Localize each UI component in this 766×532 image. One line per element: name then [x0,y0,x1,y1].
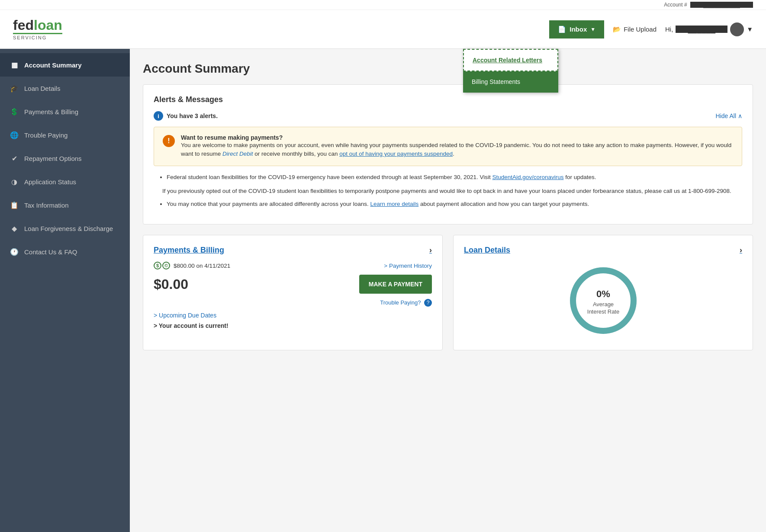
diamond-icon: ◆ [10,224,19,233]
sidebar: ▦ Account Summary 🎓 Loan Details 💲 Payme… [0,49,130,532]
clock-icon: 🕐 [10,247,19,256]
loan-details-card: Loan Details › 0% Average Interest Rate [453,235,753,350]
alert-bullet-2: You may notice that your payments are al… [167,200,742,208]
learn-more-link[interactable]: Learn more details [370,201,419,207]
logo-loan: loan [34,17,62,33]
graduation-icon: 🎓 [10,83,19,93]
dropdown-item-account-letters[interactable]: Account Related Letters [463,49,558,71]
s-icon: $ [154,262,161,269]
dollar-icon: 💲 [10,107,19,116]
trouble-paying-link[interactable]: Trouble Paying? [380,299,421,306]
sidebar-item-loan-forgiveness[interactable]: ◆ Loan Forgiveness & Discharge [0,217,130,240]
payment-history-link[interactable]: > Payment History [384,263,432,269]
sidebar-label-trouble-paying: Trouble Paying [24,131,68,139]
payments-chevron-icon: › [429,246,432,255]
file-upload-icon: 📂 [613,26,621,33]
donut-fg-circle [573,270,634,331]
logo[interactable]: fedloan SERVICING [13,18,62,40]
account-label: Account # [664,2,687,8]
payments-billing-card: Payments & Billing › $© $800.00 on 4/11/… [143,235,443,350]
sidebar-label-application-status: Application Status [24,178,76,186]
make-payment-button[interactable]: MAKE A PAYMENT [359,275,432,294]
alerts-header-row: i You have 3 alerts. Hide All ∧ [154,111,742,121]
payment-badge-icon: $© [154,262,170,269]
alert-bullet-1-text: Federal student loan flexibilities for t… [167,174,492,180]
donut-chart: 0% Average Interest Rate [464,262,742,340]
sidebar-label-repayment-options: Repayment Options [24,155,82,162]
donut-label1: Average [592,301,613,308]
sidebar-item-tax-information[interactable]: 📋 Tax Information [0,193,130,217]
top-bar: fedloan SERVICING 📄 Inbox ▼ 📂 File Uploa… [0,10,766,49]
logo-fed: fed [13,17,34,33]
sidebar-label-contact-faq: Contact Us & FAQ [24,248,77,256]
warning-body-end: . [453,151,454,157]
check-icon: ✔ [10,154,19,163]
info-icon: i [154,111,163,121]
sidebar-item-loan-details[interactable]: 🎓 Loan Details [0,77,130,100]
question-icon: ? [424,299,432,307]
alerts-box: Alerts & Messages i You have 3 alerts. H… [143,84,753,224]
alerts-bullet-list: Federal student loan flexibilities for t… [154,173,742,182]
loan-details-chevron-icon: › [740,246,742,255]
current-amount-row: $0.00 MAKE A PAYMENT [154,275,432,294]
alerts-bullet-list-2: You may notice that your payments are al… [154,200,742,208]
upcoming-due-dates-link[interactable]: > Upcoming Due Dates [154,312,432,319]
sidebar-item-account-summary[interactable]: ▦ Account Summary [0,53,130,77]
sidebar-item-trouble-paying[interactable]: 🌐 Trouble Paying [0,123,130,147]
hide-all-button[interactable]: Hide All ∧ [716,112,742,119]
warning-title: Want to resume making payments? [181,134,283,141]
halfcircle-icon: ◑ [10,177,19,186]
hi-label: Hi, [665,26,673,33]
loan-details-card-title[interactable]: Loan Details › [464,246,742,255]
donut-label2: Interest Rate [587,308,619,315]
warning-opt-out-link[interactable]: opt out of having your payments suspende… [339,151,453,157]
last-payment-amount: $800.00 on 4/11/2021 [174,263,230,269]
sidebar-label-account-summary: Account Summary [24,61,82,69]
sidebar-item-payments-billing[interactable]: 💲 Payments & Billing [0,100,130,123]
avatar [730,22,744,36]
user-menu-arrow: ▼ [747,26,753,33]
top-nav: 📄 Inbox ▼ 📂 File Upload Hi, ██████ ▼ [549,20,753,38]
alerts-count: i You have 3 alerts. [154,111,218,121]
bottom-cards: Payments & Billing › $© $800.00 on 4/11/… [143,235,753,350]
warning-alert: ! Want to resume making payments? You ar… [154,127,742,166]
warning-body: You are welcome to make payments on your… [181,141,733,159]
loan-details-title-text: Loan Details [464,246,510,255]
sidebar-item-application-status[interactable]: ◑ Application Status [0,170,130,193]
grid-icon: ▦ [10,60,19,70]
main-content: Account Summary Alerts & Messages i You … [130,49,766,532]
payments-billing-card-title[interactable]: Payments & Billing › [154,246,432,255]
user-menu[interactable]: Hi, ██████ ▼ [665,22,753,36]
alerts-title: Alerts & Messages [154,95,742,104]
sidebar-label-payments-billing: Payments & Billing [24,108,78,115]
indent-text: If you previously opted out of the COVID… [162,187,742,195]
clipboard-icon: 📋 [10,200,19,210]
current-amount: $0.00 [154,276,188,292]
inbox-icon: 📄 [558,26,566,33]
alert-bullet-2-after: about payment allocation and how you can… [418,201,589,207]
last-payment-row: $© $800.00 on 4/11/2021 > Payment Histor… [154,262,432,269]
alert-bullet-2-text: You may notice that your payments are al… [167,201,370,207]
sidebar-label-tax-information: Tax Information [24,202,69,209]
account-number: ██████████ [690,2,753,8]
inbox-dropdown: Account Related Letters Billing Statemen… [463,49,558,93]
sidebar-item-repayment-options[interactable]: ✔ Repayment Options [0,147,130,170]
user-name-redacted: ██████ [676,26,727,33]
donut-percentage: 0% [596,288,610,299]
inbox-button[interactable]: 📄 Inbox ▼ [549,20,604,38]
dropdown-item-billing-statements[interactable]: Billing Statements [463,71,558,93]
main-layout: ▦ Account Summary 🎓 Loan Details 💲 Payme… [0,49,766,532]
account-current-text: > Your account is current! [154,322,432,329]
warning-text: Want to resume making payments? You are … [181,134,733,159]
sidebar-label-loan-forgiveness: Loan Forgiveness & Discharge [24,225,113,232]
hide-all-label: Hide All [716,112,736,119]
sidebar-item-contact-faq[interactable]: 🕐 Contact Us & FAQ [0,240,130,263]
warning-body-mid: or receive monthly bills, you can [253,151,340,157]
page-title: Account Summary [143,62,753,76]
studentaid-link[interactable]: StudentAid.gov/coronavirus [492,174,563,180]
alerts-count-text: You have 3 alerts. [167,112,218,119]
c-icon: © [162,262,170,269]
chevron-up-icon: ∧ [738,112,742,119]
file-upload-button[interactable]: 📂 File Upload [613,26,657,33]
file-upload-label: File Upload [624,26,657,33]
